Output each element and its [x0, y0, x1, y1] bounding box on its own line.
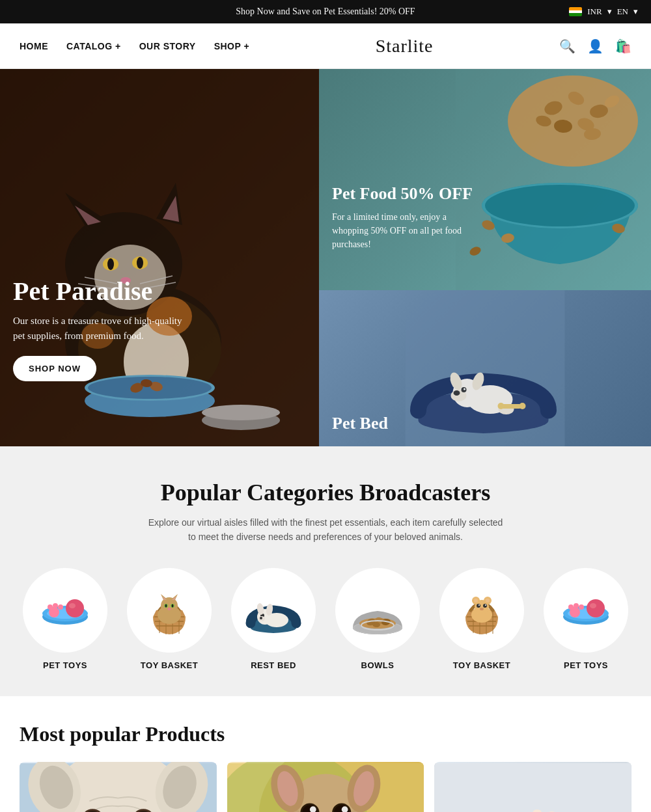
category-label-pet-toys-2: PET TOYS [564, 660, 608, 670]
pet-food-title: Pet Food 50% OFF [332, 184, 475, 204]
category-circle-bowls [335, 568, 420, 653]
language-selector[interactable]: EN [617, 7, 628, 17]
svg-point-101 [172, 604, 174, 607]
svg-point-107 [260, 617, 262, 619]
category-label-bowls: BOWLS [361, 660, 395, 670]
currency-chevron[interactable]: ▾ [607, 7, 612, 17]
product-image-1 [20, 762, 217, 812]
account-icon[interactable]: 👤 [587, 38, 603, 54]
svg-point-102 [168, 608, 171, 610]
category-circle-rest-bed [231, 568, 316, 653]
rest-bed-icon [244, 581, 303, 640]
svg-point-12 [107, 258, 114, 270]
language-chevron[interactable]: ▾ [633, 7, 638, 17]
svg-point-136 [568, 604, 574, 610]
pet-toys-icon-1 [36, 581, 94, 640]
svg-rect-178 [434, 763, 631, 812]
popular-product-2[interactable] [227, 762, 424, 812]
category-toy-basket-2[interactable]: TOY BASKET [436, 568, 527, 670]
hero-main: Pet Paradise Our store is a treasure tro… [0, 69, 319, 446]
pet-toys-icon-2 [557, 581, 615, 640]
cart-icon[interactable]: 🛍️ [615, 38, 631, 54]
category-circle-pet-toys-2 [544, 568, 628, 653]
svg-point-41 [485, 185, 635, 226]
categories-subtitle: Explore our virtual aisles filled with t… [143, 515, 508, 545]
categories-title: Popular Categories Broadcasters [20, 479, 631, 506]
hero-main-text: Pet Paradise Our store is a treasure tro… [13, 277, 195, 381]
hero-cat-image [0, 69, 319, 446]
svg-point-58 [498, 403, 505, 409]
pet-food-text: Pet Food 50% OFF For a limited time only… [332, 184, 475, 251]
svg-point-128 [485, 604, 486, 606]
category-label-rest-bed: REST BED [251, 660, 296, 670]
nav-catalog[interactable]: CATALOG + [66, 41, 121, 51]
toy-basket-icon-1 [140, 581, 199, 640]
category-toy-basket-1[interactable]: TOY BASKET [124, 568, 215, 670]
svg-point-127 [478, 604, 480, 606]
svg-point-53 [464, 388, 465, 390]
svg-point-13 [137, 257, 143, 269]
banner-text: Shop Now and Save on Pet Essentials! 20%… [236, 7, 415, 17]
nav-links: HOME CATALOG + OUR STORY SHOP + [20, 41, 249, 51]
svg-point-133 [587, 599, 605, 617]
pet-food-image [456, 69, 651, 290]
svg-point-90 [53, 603, 58, 608]
svg-point-125 [477, 604, 480, 608]
svg-point-138 [579, 604, 584, 610]
svg-point-100 [165, 604, 167, 607]
svg-point-59 [519, 403, 526, 409]
popular-title: Most popular Products [20, 722, 631, 746]
toy-basket-icon-2 [452, 581, 511, 640]
nav-shop[interactable]: SHOP + [214, 41, 250, 51]
svg-point-89 [48, 604, 53, 610]
svg-point-137 [574, 603, 579, 608]
hero-pet-bed: Pet Bed [319, 290, 651, 446]
category-circle-pet-toys-1 [23, 568, 107, 653]
svg-point-86 [66, 599, 84, 617]
hero-pet-food: Pet Food 50% OFF For a limited time only… [319, 69, 651, 290]
hero-title: Pet Paradise [13, 277, 195, 306]
svg-point-26 [202, 405, 280, 420]
category-label-toy-basket-1: TOY BASKET [141, 660, 198, 670]
search-icon[interactable]: 🔍 [559, 38, 575, 54]
categories-section: Popular Categories Broadcasters Explore … [0, 446, 651, 696]
nav-home[interactable]: HOME [20, 41, 48, 51]
popular-product-1[interactable] [20, 762, 217, 812]
hero-description: Our store is a treasure trove of high-qu… [13, 314, 195, 343]
navbar: HOME CATALOG + OUR STORY SHOP + Starlite… [0, 23, 651, 69]
popular-section: Most popular Products [0, 696, 651, 812]
svg-point-124 [486, 599, 490, 602]
category-bowls[interactable]: BOWLS [332, 568, 423, 670]
svg-point-93 [161, 597, 178, 614]
product-image-2 [227, 762, 424, 812]
pet-food-description: For a limited time only, enjoy a whoppin… [332, 210, 475, 251]
category-rest-bed[interactable]: REST BED [228, 568, 319, 670]
categories-grid: PET TOYS [20, 568, 631, 670]
flag-icon [569, 7, 582, 16]
top-banner: Shop Now and Save on Pet Essentials! 20%… [0, 0, 651, 23]
popular-product-3[interactable] [434, 762, 631, 812]
category-circle-toy-basket-1 [127, 568, 212, 653]
nav-actions: 🔍 👤 🛍️ [559, 38, 631, 54]
svg-point-51 [454, 390, 460, 396]
currency-selector[interactable]: INR [587, 7, 602, 17]
svg-point-30 [508, 75, 638, 167]
pet-bed-label: Pet Bed [332, 414, 388, 433]
svg-point-91 [58, 604, 63, 610]
popular-grid [20, 762, 631, 812]
site-logo[interactable]: Starlite [376, 36, 434, 57]
svg-point-123 [474, 599, 478, 602]
category-label-toy-basket-2: TOY BASKET [453, 660, 510, 670]
bowls-icon [348, 581, 407, 640]
shop-now-button[interactable]: SHOP NOW [13, 356, 96, 381]
product-image-3 [434, 762, 631, 812]
nav-our-story[interactable]: OUR STORY [139, 41, 196, 51]
svg-point-87 [69, 603, 76, 608]
category-pet-toys-1[interactable]: PET TOYS [20, 568, 111, 670]
svg-point-134 [590, 603, 596, 608]
hero-grid: Pet Paradise Our store is a treasure tro… [0, 69, 651, 446]
svg-point-126 [483, 604, 487, 608]
category-circle-toy-basket-2 [439, 568, 524, 653]
category-label-pet-toys-1: PET TOYS [43, 660, 87, 670]
category-pet-toys-2[interactable]: PET TOYS [540, 568, 631, 670]
